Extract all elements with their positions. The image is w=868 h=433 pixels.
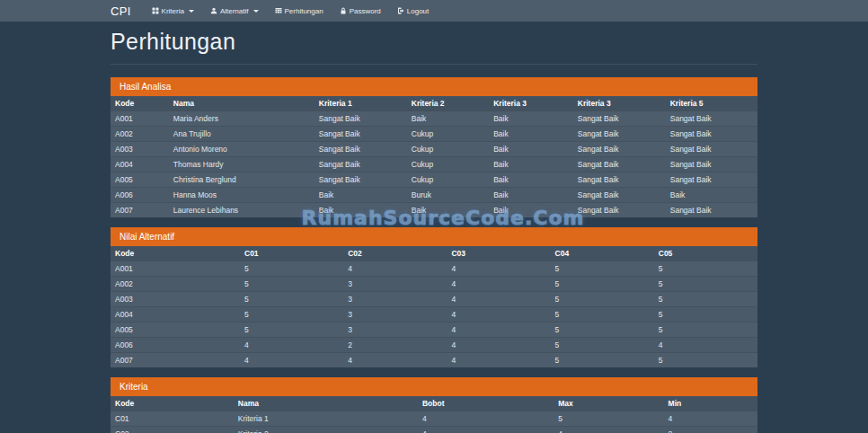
table-row: C02Kriteria 2442 bbox=[111, 427, 757, 433]
panel-heading-hasil-analisa: Hasil Analisa bbox=[111, 77, 757, 96]
table-cell: 4 bbox=[447, 292, 550, 307]
column-header: Kriteria 3 bbox=[573, 96, 666, 111]
hasil-analisa-table: KodeNamaKriteria 1Kriteria 2Kriteria 3Kr… bbox=[111, 96, 757, 217]
table-row: A006Hanna MoosBaikBurukBaikSangat BaikBa… bbox=[111, 188, 757, 203]
table-cell: Sangat Baik bbox=[573, 188, 666, 203]
table-cell: Baik bbox=[489, 157, 573, 172]
table-cell: Cukup bbox=[407, 127, 489, 142]
table-cell: C01 bbox=[111, 411, 234, 427]
table-cell: 5 bbox=[551, 261, 654, 277]
kriteria-table: KodeNamaBobotMaxMinC01Kriteria 1454C02Kr… bbox=[111, 396, 757, 433]
table-cell: 3 bbox=[343, 292, 447, 307]
table-cell: 4 bbox=[447, 307, 550, 323]
table-cell: Baik bbox=[666, 188, 757, 203]
table-cell: 5 bbox=[551, 292, 654, 307]
table-cell: 5 bbox=[240, 261, 343, 277]
table-cell: Sangat Baik bbox=[573, 157, 666, 172]
table-cell: 5 bbox=[551, 307, 654, 323]
nav-item-label: Password bbox=[350, 7, 381, 15]
table-cell: 2 bbox=[664, 427, 757, 433]
brand-logo[interactable]: CPI bbox=[111, 4, 131, 18]
table-cell: 3 bbox=[343, 323, 447, 338]
table-cell: 4 bbox=[418, 427, 554, 433]
table-cell: 5 bbox=[654, 261, 757, 277]
table-cell: 4 bbox=[343, 261, 447, 277]
table-cell: Thomas Hardy bbox=[169, 157, 314, 172]
table-cell: Baik bbox=[314, 188, 407, 203]
page-title: Perhitungan bbox=[111, 29, 757, 65]
table-cell: Baik bbox=[489, 127, 573, 142]
table-cell: 5 bbox=[654, 323, 757, 338]
table-cell: 5 bbox=[240, 307, 343, 323]
lock-icon bbox=[340, 7, 347, 14]
logout-icon bbox=[397, 7, 404, 14]
table-cell: A007 bbox=[111, 353, 240, 368]
table-cell: 3 bbox=[343, 307, 447, 323]
table-cell: 5 bbox=[554, 411, 663, 427]
nav-item-password[interactable]: Password bbox=[332, 0, 389, 22]
nav-item-perhitungan[interactable]: Perhitungan bbox=[267, 0, 332, 22]
column-header: Kode bbox=[111, 96, 169, 111]
nav-item-label: Logout bbox=[407, 7, 429, 15]
table-cell: 4 bbox=[664, 411, 757, 427]
table-cell: A005 bbox=[111, 172, 169, 188]
table-cell: Sangat Baik bbox=[314, 172, 407, 188]
nav-item-alternatif[interactable]: Alternatif bbox=[202, 0, 267, 22]
table-cell: Sangat Baik bbox=[314, 127, 407, 142]
table-cell: Sangat Baik bbox=[573, 203, 666, 218]
table-row: A007Laurence LebihansBaikBaikBaikSangat … bbox=[111, 203, 757, 218]
table-cell: Christina Berglund bbox=[169, 172, 314, 188]
table-row: A003Antonio MorenoSangat BaikCukupBaikSa… bbox=[111, 142, 757, 157]
table-cell: Antonio Moreno bbox=[169, 142, 314, 157]
table-cell: 5 bbox=[240, 292, 343, 307]
table-row: A00744455 bbox=[111, 353, 757, 368]
table-cell: Baik bbox=[407, 203, 489, 218]
table-cell: 5 bbox=[240, 323, 343, 338]
user-icon bbox=[210, 7, 217, 14]
table-cell: 5 bbox=[551, 353, 654, 368]
table-cell: 4 bbox=[554, 427, 663, 433]
column-header: C05 bbox=[654, 246, 757, 261]
table-cell: 4 bbox=[447, 353, 550, 368]
table-cell: Buruk bbox=[407, 188, 489, 203]
nilai-alternatif-table: KodeC01C02C03C04C05A00154455A00253455A00… bbox=[111, 246, 757, 367]
table-cell: 4 bbox=[447, 277, 550, 292]
table-cell: 4 bbox=[240, 338, 343, 353]
column-header: C02 bbox=[343, 246, 447, 261]
table-cell: Sangat Baik bbox=[666, 172, 757, 188]
table-cell: 5 bbox=[654, 277, 757, 292]
table-cell: Baik bbox=[314, 203, 407, 218]
table-row: A00353455 bbox=[111, 292, 757, 307]
table-row: A001Maria AndersSangat BaikBaikBaikSanga… bbox=[111, 111, 757, 127]
table-row: A00253455 bbox=[111, 277, 757, 292]
table-cell: 5 bbox=[551, 323, 654, 338]
table-cell: Baik bbox=[489, 203, 573, 218]
main-content: Perhitungan Hasil Analisa KodeNamaKriter… bbox=[111, 29, 757, 433]
table-cell: Sangat Baik bbox=[666, 203, 757, 218]
table-header-row: KodeNamaKriteria 1Kriteria 2Kriteria 3Kr… bbox=[111, 96, 757, 111]
panel-kriteria: Kriteria KodeNamaBobotMaxMinC01Kriteria … bbox=[111, 377, 757, 433]
nav-menu: Kriteria Alternatif Perhitungan bbox=[144, 0, 438, 22]
table-cell: Baik bbox=[489, 172, 573, 188]
table-row: C01Kriteria 1454 bbox=[111, 411, 757, 427]
nav-item-kriteria[interactable]: Kriteria bbox=[144, 0, 202, 22]
caret-down-icon bbox=[189, 10, 194, 13]
column-header: Kode bbox=[111, 396, 234, 411]
table-cell: Cukup bbox=[407, 157, 489, 172]
table-cell: Sangat Baik bbox=[573, 142, 666, 157]
nav-item-logout[interactable]: Logout bbox=[389, 0, 437, 22]
table-cell: Sangat Baik bbox=[666, 111, 757, 127]
table-cell: 3 bbox=[343, 277, 447, 292]
column-header: Min bbox=[664, 396, 757, 411]
table-cell: A006 bbox=[111, 188, 169, 203]
table-cell: A001 bbox=[111, 111, 169, 127]
table-cell: Baik bbox=[489, 188, 573, 203]
caret-down-icon bbox=[253, 10, 259, 13]
table-cell: A001 bbox=[111, 261, 240, 277]
table-row: A005Christina BerglundSangat BaikCukupBa… bbox=[111, 172, 757, 188]
table-cell: 4 bbox=[418, 411, 554, 427]
nav-item-label: Kriteria bbox=[162, 7, 184, 15]
nav-item-label: Perhitungan bbox=[285, 7, 323, 15]
column-header: C03 bbox=[447, 246, 550, 261]
table-cell: Sangat Baik bbox=[666, 142, 757, 157]
